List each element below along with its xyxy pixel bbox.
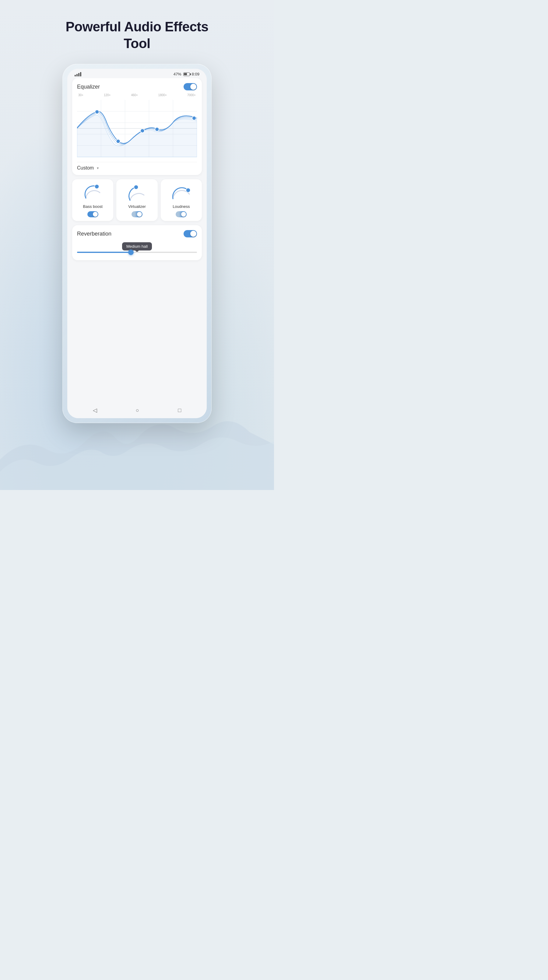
recent-button[interactable]: □ (178, 407, 181, 414)
freq-30: 30+ (78, 94, 83, 97)
navigation-bar: ◁ ○ □ (67, 402, 207, 418)
home-button[interactable]: ○ (136, 407, 139, 414)
virtualizer-toggle[interactable] (132, 211, 142, 217)
loudness-toggle[interactable] (176, 211, 186, 217)
freq-1800: 1800+ (158, 94, 167, 97)
freq-120: 120+ (104, 94, 111, 97)
reverb-tooltip: Medium hall (122, 242, 152, 250)
svg-point-15 (134, 185, 138, 189)
freq-labels: 30+ 120+ 460+ 1800+ 7000+ (77, 94, 197, 97)
reverb-tooltip-wrapper: Medium hall (77, 242, 197, 253)
reverb-slider[interactable] (77, 252, 197, 253)
bass-boost-card: Bass boost (72, 179, 113, 221)
bass-boost-knob[interactable] (82, 183, 104, 202)
freq-460: 460+ (131, 94, 138, 97)
loudness-knob[interactable] (170, 183, 192, 202)
virtualizer-card: Virtualizer (116, 179, 158, 221)
equalizer-card: Equalizer 30+ 120+ 460+ 1800+ 7000+ (72, 78, 202, 175)
eq-graph[interactable] (77, 98, 197, 159)
reverberation-card: Reverberation Medium hall (72, 225, 202, 260)
phone-screen: 47% 8:09 Equalizer 30+ (67, 69, 207, 418)
svg-point-10 (116, 139, 120, 143)
equalizer-toggle[interactable] (183, 83, 197, 91)
equalizer-title: Equalizer (77, 84, 100, 90)
svg-point-9 (95, 110, 99, 114)
virtualizer-knob[interactable] (126, 183, 148, 202)
status-bar: 47% 8:09 (67, 69, 207, 78)
loudness-label: Loudness (173, 204, 190, 209)
back-button[interactable]: ◁ (93, 407, 97, 414)
screen-content: Equalizer 30+ 120+ 460+ 1800+ 7000+ (67, 78, 207, 414)
battery-percent: 47% (174, 72, 182, 76)
freq-7000: 7000+ (187, 94, 196, 97)
bass-boost-label: Bass boost (83, 204, 103, 209)
svg-point-11 (140, 129, 144, 133)
clock: 8:09 (192, 72, 199, 76)
svg-point-12 (155, 127, 159, 131)
loudness-card: Loudness (161, 179, 202, 221)
bass-boost-toggle[interactable] (88, 211, 98, 217)
reverb-toggle[interactable] (183, 230, 197, 237)
phone-container: 47% 8:09 Equalizer 30+ (62, 64, 212, 429)
virtualizer-label: Virtualizer (128, 204, 146, 209)
preset-label: Custom (77, 165, 94, 171)
battery-icon (183, 72, 190, 76)
status-right: 47% 8:09 (174, 72, 199, 76)
svg-point-14 (95, 185, 99, 189)
page-title: Powerful Audio Effects Tool (0, 0, 274, 52)
phone-frame: 47% 8:09 Equalizer 30+ (62, 64, 212, 423)
preset-row[interactable]: Custom ▼ (77, 162, 197, 171)
svg-point-16 (186, 188, 190, 192)
dropdown-arrow-icon: ▼ (96, 167, 99, 170)
reverb-title: Reverberation (77, 231, 112, 237)
svg-point-13 (192, 116, 196, 120)
effects-row: Bass boost Virtualizer (72, 179, 202, 221)
signal-icon (75, 72, 81, 76)
